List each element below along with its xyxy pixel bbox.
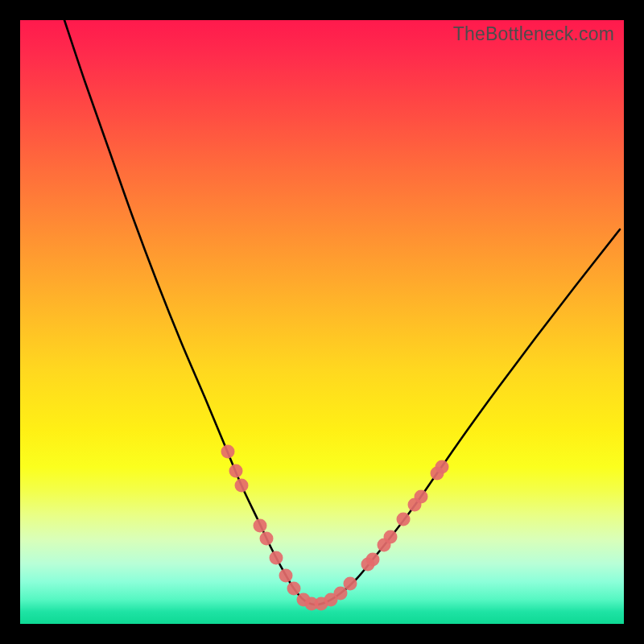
sample-dot [254,519,267,533]
sample-dot [384,530,398,544]
plot-area: TheBottleneck.com [20,20,624,624]
bottleneck-curve [64,20,620,605]
sample-dot [279,569,293,583]
sample-dot [436,460,449,474]
sample-dot [287,582,301,596]
sample-dot [366,553,380,567]
sample-dot [397,513,411,526]
sample-dot [334,587,348,601]
sample-dot [229,464,243,478]
sample-dot [221,445,235,459]
sample-dot [270,551,283,565]
sample-dot [415,490,428,504]
sample-dot [260,532,274,546]
sample-dots [221,445,449,611]
chart-svg [20,20,624,624]
sample-dot [344,577,357,591]
chart-stage: TheBottleneck.com [0,0,644,644]
sample-dot [235,479,249,493]
